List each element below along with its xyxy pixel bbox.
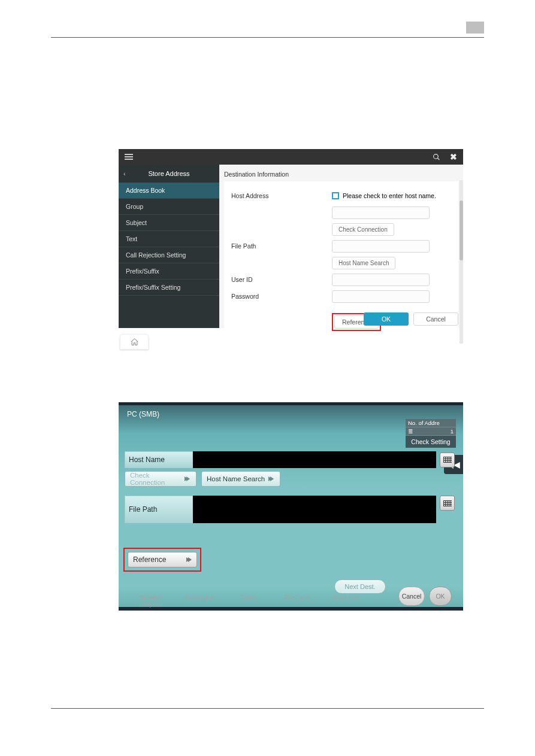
label-host-address: Host Address [231,192,332,199]
sidebar-item-prefix-suffix-setting[interactable]: Prefix/Suffix Setting [119,280,219,296]
sidebar-item-address-book[interactable]: Address Book [119,183,219,199]
cancel-button[interactable]: Cancel [398,587,425,606]
strip-color: Color [227,594,270,608]
no-addr-value: 1 [451,428,454,435]
keyboard-icon[interactable] [440,453,455,467]
strip-resolution: Resolution [178,594,221,608]
host-address-input[interactable] [332,207,430,219]
panel-heading: Destination Information [224,169,458,181]
keyboard-icon-2[interactable] [440,496,455,511]
sidebar-title: Store Address [119,170,219,177]
ok-button[interactable]: OK [429,587,452,606]
host-name-search-button[interactable]: Host Name Search [332,257,395,269]
host-name-search-button[interactable]: Host Name Search [201,471,280,487]
close-icon[interactable]: ✖ [450,152,457,162]
sidebar-header[interactable]: ‹ Store Address [119,165,219,183]
reference-button[interactable]: Reference [128,552,197,567]
ok-button[interactable]: OK [364,312,409,326]
sidebar-item-subject[interactable]: Subject [119,215,219,231]
hamburger-icon[interactable] [125,154,133,160]
no-addr-label: No. of Addre [408,420,440,426]
page-corner-badge [466,22,484,34]
file-path-input[interactable] [332,240,430,253]
password-input[interactable] [332,290,430,303]
file-path-input[interactable] [193,496,436,523]
bottom-strip-labels: Simplex/ Duplex Resolution Color File Ty… [129,594,367,608]
screenshot-store-address: ✖ ‹ Store Address Address Book Group Sub… [119,149,463,348]
list-icon: ≣ [408,428,413,435]
search-icon[interactable] [433,153,440,161]
reference-highlight: Reference [123,548,201,572]
main-panel: Destination Information Host Address Ple… [219,165,463,328]
label-password: Password [231,293,332,300]
strip-scan-size: Scan Size [324,594,367,608]
next-dest-button[interactable]: Next Dest. [334,579,386,594]
check-connection-button[interactable]: Check Connection [332,223,394,236]
home-icon [130,338,139,347]
sidebar: ‹ Store Address Address Book Group Subje… [119,165,219,328]
host-name-input[interactable] [193,451,436,468]
back-icon[interactable]: ‹ [123,170,126,177]
label-host-name: Host Name [125,451,193,468]
rule-bottom [51,708,484,709]
label-user-id: User ID [231,276,332,283]
check-connection-button[interactable]: Check Connection [125,471,197,487]
scrollbar-thumb[interactable] [460,201,463,260]
address-count-badge: No. of Addre ≣1 Check Setting [406,419,456,448]
app-top-bar: ✖ [119,149,463,165]
sidebar-item-call-rejection[interactable]: Call Rejection Setting [119,247,219,263]
sidebar-item-group[interactable]: Group [119,199,219,215]
strip-file-type: File Type [276,594,319,608]
host-name-checkbox[interactable] [332,192,339,199]
label-file-path: File Path [125,496,193,523]
check-setting-button[interactable]: Check Setting [406,436,456,448]
host-name-checkbox-label: Please check to enter host name. [343,192,436,199]
sidebar-item-text[interactable]: Text [119,231,219,247]
sidebar-item-prefix-suffix[interactable]: Prefix/Suffix [119,263,219,280]
screenshot-pc-smb: PC (SMB) No. of Addre ≣1 Check Setting ◀… [119,402,463,611]
dialog-title: PC (SMB) [127,410,159,418]
cancel-button[interactable]: Cancel [413,312,458,326]
home-tab[interactable] [120,334,149,350]
strip-simplex-duplex: Simplex/ Duplex [129,594,173,608]
rule-top [51,37,484,38]
user-id-input[interactable] [332,274,430,286]
label-file-path: File Path [231,242,332,250]
